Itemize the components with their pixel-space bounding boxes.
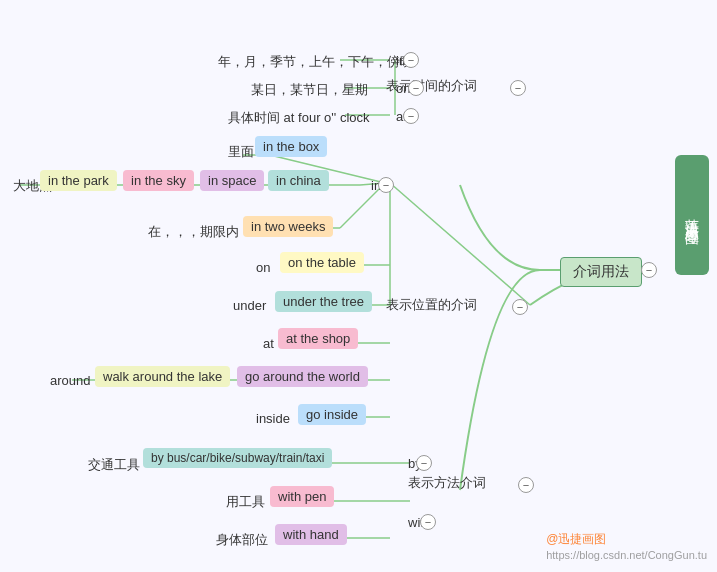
in-the-box: in the box <box>255 136 327 157</box>
under-the-tree: under the tree <box>275 291 372 312</box>
with-hand: with hand <box>275 524 347 545</box>
in-the-park: in the park <box>40 170 117 191</box>
on-the-table: on the table <box>280 252 364 273</box>
pos-around-label: around <box>42 370 98 391</box>
shen-ti-label: 身体部位 <box>208 528 276 552</box>
time-in-collapse[interactable]: − <box>403 52 419 68</box>
go-around-world: go around the world <box>237 366 368 387</box>
time-collapse[interactable]: − <box>510 80 526 96</box>
position-prepositions-label: 表示位置的介词 <box>386 296 477 314</box>
in-the-sky: in the sky <box>123 170 194 191</box>
jie-ci-yong-fa: 介词用法 <box>560 257 642 287</box>
pos-on-label: on <box>248 257 278 278</box>
jiao-tong-label: 交通工具 <box>80 453 148 477</box>
walk-around-lake: walk around the lake <box>95 366 230 387</box>
pos-inside-label: inside <box>248 408 298 429</box>
time-at-collapse[interactable]: − <box>403 108 419 124</box>
pos-under-label: under <box>225 295 274 316</box>
method-collapse[interactable]: − <box>518 477 534 493</box>
watermark: @迅捷画图 https://blog.csdn.net/CongGun.tu <box>546 531 707 562</box>
time-at-text: 具体时间 at four o'' clock <box>220 106 378 130</box>
jie-ci-collapse[interactable]: − <box>641 262 657 278</box>
at-the-shop: at the shop <box>278 328 358 349</box>
time-on-text: 某日，某节日，星期 <box>243 78 376 102</box>
zai-qi-xian-label: 在，，，期限内 <box>140 220 247 244</box>
in-space: in space <box>200 170 264 191</box>
by-bus: by bus/car/bike/subway/train/taxi <box>143 448 332 468</box>
with-collapse[interactable]: − <box>420 514 436 530</box>
method-prepositions-label: 表示方法介词 <box>408 474 486 492</box>
position-collapse[interactable]: − <box>512 299 528 315</box>
yong-gong-ju-label: 用工具 <box>218 490 273 514</box>
in-two-weeks: in two weeks <box>243 216 333 237</box>
in-china: in china <box>268 170 329 191</box>
with-pen: with pen <box>270 486 334 507</box>
mind-map: 英语语法思维导图 介词用法 − 表示时间的介词 − 年，月，季节，上午，下午，傍… <box>0 0 717 572</box>
by-collapse[interactable]: − <box>416 455 432 471</box>
time-on-collapse[interactable]: − <box>408 80 424 96</box>
main-title: 英语语法思维导图 <box>675 155 709 275</box>
go-inside: go inside <box>298 404 366 425</box>
pos-in-collapse[interactable]: − <box>378 177 394 193</box>
